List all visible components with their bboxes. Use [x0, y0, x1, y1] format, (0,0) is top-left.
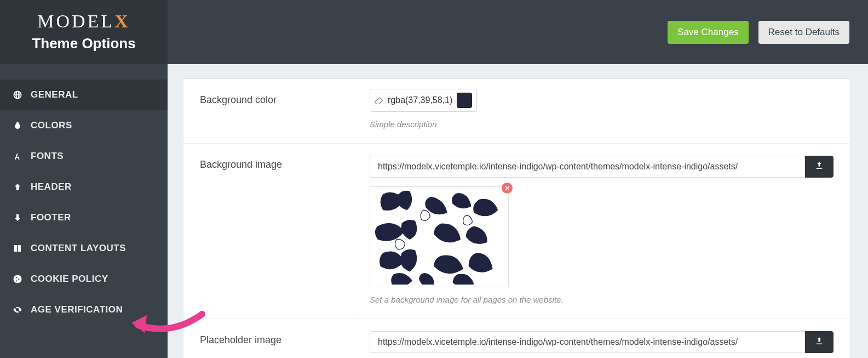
settings-panel: Background color rgba(37,39,58,1) Simple… [183, 78, 850, 358]
placeholder-upload-button[interactable] [805, 331, 833, 353]
tint-icon [12, 120, 23, 131]
sidebar-item-label: COOKIE POLICY [31, 274, 108, 285]
placeholder-url-input[interactable] [370, 331, 805, 353]
columns-icon [12, 243, 23, 254]
bg-image-upload-row [370, 156, 833, 178]
globe-icon [12, 89, 23, 100]
row-background-image: Background image ✕ [183, 144, 850, 319]
topbar: Save Changes Reset to Defaults [168, 0, 868, 64]
color-value-text: rgba(37,39,58,1) [388, 95, 452, 105]
label-placeholder-image: Placeholder image [183, 319, 353, 358]
bg-image-url-input[interactable] [370, 156, 805, 178]
remove-image-button[interactable]: ✕ [502, 183, 513, 194]
sidebar-nav: GENERAL COLORS FONTS HEADER [0, 64, 168, 325]
sidebar-item-fonts[interactable]: FONTS [0, 141, 168, 172]
sidebar-item-label: GENERAL [31, 89, 78, 100]
sidebar-item-label: FONTS [31, 151, 64, 162]
reset-button[interactable]: Reset to Defaults [758, 21, 849, 44]
content-area: Background color rgba(37,39,58,1) Simple… [168, 64, 868, 358]
bg-image-preview: ✕ [370, 186, 509, 287]
brand-subtitle: Theme Options [0, 35, 168, 52]
row-placeholder-image: Placeholder image [183, 319, 850, 358]
sidebar-item-header[interactable]: HEADER [0, 172, 168, 202]
sidebar-item-label: CONTENT LAYOUTS [31, 243, 126, 254]
brand-block: MODELX Theme Options [0, 0, 168, 64]
sidebar-item-label: FOOTER [31, 212, 71, 223]
sidebar-item-general[interactable]: GENERAL [0, 79, 168, 110]
eraser-icon [375, 96, 383, 104]
color-swatch[interactable] [457, 93, 472, 108]
body-placeholder-image [353, 319, 850, 358]
sidebar-item-colors[interactable]: COLORS [0, 110, 168, 141]
floral-pattern-image [372, 189, 506, 285]
sidebar-item-cookie-policy[interactable]: COOKIE POLICY [0, 264, 168, 294]
eye-off-icon [12, 304, 23, 315]
body-background-color: rgba(37,39,58,1) Simple description [353, 79, 850, 143]
brand-logo: MODELX [0, 11, 168, 32]
upload-icon [814, 161, 824, 173]
sidebar-item-label: COLORS [31, 120, 72, 131]
label-background-image: Background image [183, 144, 353, 319]
arrow-up-icon [12, 181, 23, 192]
cookie-icon [12, 274, 23, 285]
bg-color-description: Simple description [370, 120, 833, 129]
row-background-color: Background color rgba(37,39,58,1) Simple… [183, 79, 850, 144]
sidebar-item-label: HEADER [31, 181, 72, 192]
bg-image-description: Set a background image for all pages on … [370, 295, 833, 304]
sidebar-item-label: AGE VERIFICATION [31, 304, 123, 315]
upload-icon [814, 336, 824, 348]
body-background-image: ✕ [353, 144, 850, 319]
arrow-down-icon [12, 212, 23, 223]
bg-image-upload-button[interactable] [805, 156, 833, 178]
sidebar-item-content-layouts[interactable]: CONTENT LAYOUTS [0, 233, 168, 264]
placeholder-upload-row [370, 331, 833, 353]
sidebar-item-age-verification[interactable]: AGE VERIFICATION [0, 294, 168, 325]
label-background-color: Background color [183, 79, 353, 143]
sidebar: MODELX Theme Options GENERAL COLORS [0, 0, 168, 358]
color-picker[interactable]: rgba(37,39,58,1) [370, 89, 477, 112]
close-icon: ✕ [504, 184, 510, 192]
brand-logo-main: MODEL [37, 11, 114, 31]
sidebar-item-footer[interactable]: FOOTER [0, 202, 168, 233]
font-icon [12, 151, 23, 162]
save-button[interactable]: Save Changes [668, 21, 749, 44]
brand-logo-accent: X [114, 11, 130, 31]
main: Save Changes Reset to Defaults Backgroun… [168, 0, 868, 358]
